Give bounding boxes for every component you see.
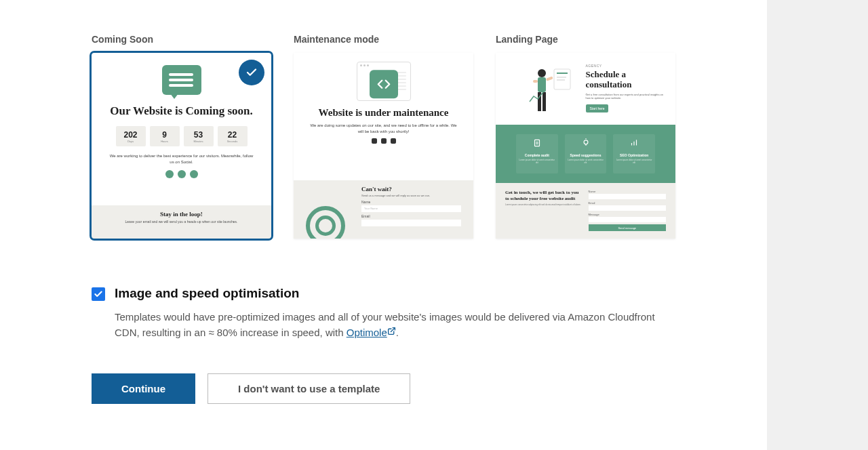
instagram-icon — [190, 170, 198, 178]
maintenance-heading: Website is under maintenance — [307, 107, 460, 119]
maintenance-illustration — [307, 58, 460, 104]
landing-person-illustration — [505, 60, 586, 118]
template-label-coming-soon: Coming Soon — [92, 34, 271, 45]
template-col-maintenance: Maintenance mode Website is under mainte… — [294, 34, 473, 239]
svg-rect-10 — [534, 140, 539, 146]
clipboard-icon — [532, 138, 542, 148]
svg-rect-6 — [533, 80, 538, 83]
optimisation-title: Image and speed optimisation — [115, 286, 675, 301]
facebook-icon — [178, 170, 186, 178]
cant-wait-title: Can't wait? — [361, 186, 461, 192]
template-label-maintenance: Maintenance mode — [294, 34, 473, 45]
cant-wait-desc: Send us a message and we will reply as s… — [361, 194, 461, 197]
lp-message-label: Message — [589, 213, 667, 216]
feature-speed: Speed suggestions Lorem ipsum dolor sit … — [565, 134, 607, 173]
landing-brand: AGENCY — [586, 64, 667, 68]
template-card-coming-soon[interactable]: Our Website is Coming soon. 202Days 9Hou… — [92, 53, 271, 239]
name-label: Name — [361, 200, 461, 204]
at-symbol-illustration — [294, 180, 361, 239]
coming-soon-heading: Our Website is Coming soon. — [108, 104, 255, 118]
svg-line-19 — [391, 328, 395, 332]
instagram-icon — [391, 138, 396, 144]
lp-email-input — [589, 205, 667, 211]
template-label-landing: Landing Page — [496, 34, 675, 45]
coming-soon-social-icons — [108, 170, 255, 178]
skip-template-button[interactable]: I don't want to use a template — [208, 373, 410, 404]
feature-seo: SEO Optimization Lorem ipsum dolor sit a… — [613, 134, 655, 173]
email-input-preview — [361, 220, 461, 226]
maintenance-social-icons — [307, 138, 460, 144]
lp-email-label: Email — [589, 201, 667, 205]
landing-heading: Schedule a consultation — [586, 70, 667, 90]
svg-point-4 — [538, 69, 546, 77]
coming-soon-description: We are working to deliver the best exper… — [108, 153, 255, 165]
template-card-landing[interactable]: AGENCY Schedule a consultation Get a fre… — [496, 53, 675, 239]
template-col-coming-soon: Coming Soon Our Website is Coming soon. … — [92, 34, 271, 239]
feature-audit: Complete audit Lorem ipsum dolor sit ame… — [516, 134, 558, 173]
optimisation-description: Templates would have pre-optimized image… — [115, 309, 675, 341]
external-link-icon — [387, 327, 396, 335]
lp-message-input — [589, 217, 667, 222]
action-button-row: Continue I don't want to use a template — [92, 373, 675, 404]
bar-chart-icon — [629, 138, 639, 148]
lp-name-input — [589, 194, 667, 199]
twitter-icon — [165, 170, 174, 178]
landing-cta-button: Start here — [586, 104, 609, 112]
template-chooser-page: Coming Soon Our Website is Coming soon. … — [0, 0, 767, 450]
optimisation-checkbox[interactable] — [92, 287, 105, 301]
code-icon — [370, 70, 398, 98]
lp-name-label: Name — [589, 190, 667, 193]
landing-paragraph: Get a free consultation from our experts… — [586, 93, 667, 100]
facebook-icon — [381, 138, 387, 144]
image-optimisation-section: Image and speed optimisation Templates w… — [92, 286, 675, 341]
svg-rect-7 — [546, 77, 553, 81]
template-card-maintenance[interactable]: Website is under maintenance We are doin… — [294, 53, 473, 239]
landing-contact-paragraph: Lorem ipsum consectetur adipiscing elit … — [505, 204, 583, 207]
countdown-minutes: 53Minutes — [184, 126, 214, 146]
svg-point-13 — [584, 140, 588, 144]
coming-soon-illustration — [108, 60, 255, 100]
lightbulb-icon — [581, 138, 591, 148]
email-label: Email — [361, 214, 461, 218]
countdown-seconds: 22Seconds — [218, 126, 248, 146]
twitter-icon — [372, 138, 377, 144]
svg-rect-0 — [554, 69, 570, 89]
landing-contact-heading: Get in touch, we will get back to you to… — [505, 190, 583, 202]
svg-rect-9 — [542, 92, 546, 111]
stay-in-loop-desc: Leave your email and we will send you a … — [108, 220, 255, 224]
template-grid: Coming Soon Our Website is Coming soon. … — [92, 34, 675, 239]
stay-in-loop-title: Stay in the loop! — [108, 211, 255, 218]
svg-rect-5 — [538, 77, 546, 92]
optimole-link[interactable]: Optimole — [347, 327, 396, 338]
landing-features-row: Complete audit Lorem ipsum dolor sit ame… — [496, 125, 675, 183]
template-col-landing: Landing Page — [496, 34, 675, 239]
maintenance-desc: We are doing some updates on our site, a… — [307, 123, 460, 134]
countdown-days: 202Days — [116, 126, 146, 146]
name-input-preview: Your Name — [361, 205, 461, 212]
continue-button[interactable]: Continue — [92, 373, 195, 404]
countdown-hours: 9Hours — [150, 126, 180, 146]
lp-send-button: Send message — [589, 224, 667, 231]
check-icon — [94, 289, 103, 299]
countdown-row: 202Days 9Hours 53Minutes 22Seconds — [108, 126, 255, 146]
